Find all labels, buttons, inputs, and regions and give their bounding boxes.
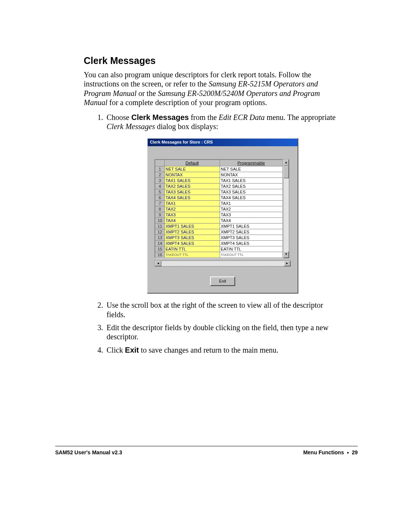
exit-button[interactable]: Exit [210,276,235,286]
programmable-cell[interactable]: TAKEOUT TTL [220,252,283,257]
step-2: Use the scroll box at the right of the s… [105,300,339,319]
step-4: Click Exit to save changes and return to… [105,345,339,355]
step-text: menu. The appropriate [265,113,336,121]
step-3: Edit the descriptor fields by double cli… [105,323,339,342]
exit-bold: Exit [125,346,139,354]
table-row: 1NET SALENET SALE [155,166,283,172]
row-number: 16 [155,252,165,257]
table-row: 6TAX4 SALESTAX4 SALES [155,195,283,200]
table-row: 15EATIN TTLEATIN TTL [155,246,283,252]
horizontal-scrollbar[interactable]: ◄ ► [155,260,291,267]
step-text: Choose [107,113,131,121]
programmable-cell[interactable]: XMPT4 SALES [220,240,283,246]
default-cell[interactable]: TAX1 [165,200,220,206]
row-number: 7 [155,200,165,206]
default-cell[interactable]: XMPT2 SALES [165,229,220,235]
table-row: 5TAX3 SALESTAX3 SALES [155,189,283,195]
footer-section: Menu Functions [303,449,344,455]
default-cell[interactable]: TAX2 SALES [165,183,220,189]
default-cell[interactable]: NONTAX [165,172,220,177]
footer-right: Menu Functions • 29 [303,449,358,456]
page-footer: SAM52 User's Manual v2.3 Menu Functions … [55,446,358,456]
table-row: 10TAX4TAX4 [155,217,283,223]
intro-text: for a complete description of your progr… [107,98,267,107]
table-row: 14XMPT4 SALESXMPT4 SALES [155,240,283,246]
table-row: 13XMPT3 SALESXMPT3 SALES [155,235,283,240]
programmable-cell[interactable]: TAX4 SALES [220,195,283,200]
row-number: 12 [155,229,165,235]
table-header-row: Default Programmable [155,160,283,166]
footer-bullet: • [347,450,349,456]
intro-paragraph: You can also program unique descriptors … [84,70,339,107]
scroll-left-button[interactable]: ◄ [155,261,161,266]
default-cell[interactable]: XMPT4 SALES [165,240,220,246]
programmable-cell[interactable]: TAX2 [220,206,283,212]
default-cell[interactable]: NET SALE [165,166,220,172]
menu-item-bold: Clerk Messages [131,113,189,121]
row-number: 1 [155,166,165,172]
table-row: 7TAX1TAX1 [155,200,283,206]
scroll-up-button[interactable]: ▲ [284,160,289,166]
programmable-cell[interactable]: NET SALE [220,166,283,172]
step-text: Click [107,346,125,354]
menu-name-italic: Edit ECR Data [219,113,265,121]
row-number: 9 [155,212,165,217]
default-cell[interactable]: EATIN TTL [165,246,220,252]
programmable-cell[interactable]: TAX3 SALES [220,189,283,195]
default-cell[interactable]: XMPT3 SALES [165,235,220,240]
programmable-cell[interactable]: XMPT1 SALES [220,223,283,229]
programmable-cell[interactable]: XMPT3 SALES [220,235,283,240]
scroll-right-button[interactable]: ► [284,261,290,266]
programmable-cell[interactable]: TAX4 [220,217,283,223]
table-row: 16TAKEOUT TTLTAKEOUT TTL [155,252,283,257]
programmable-cell[interactable]: TAX1 [220,200,283,206]
footer-page-number: 29 [352,449,358,455]
dialog-titlebar: Clerk Messages for Store : CRS [148,139,298,146]
row-number: 4 [155,183,165,189]
table-row: 3TAX1 SALESTAX1 SALES [155,177,283,183]
programmable-cell[interactable]: EATIN TTL [220,246,283,252]
table-row: 4TAX2 SALESTAX2 SALES [155,183,283,189]
scroll-track[interactable] [284,178,289,251]
scroll-down-button[interactable]: ▼ [284,251,289,258]
default-cell[interactable]: TAX4 SALES [165,195,220,200]
row-number: 2 [155,172,165,177]
intro-text: or the [137,89,158,97]
header-programmable: Programmable [220,160,283,166]
programmable-cell[interactable]: NONTAX [220,172,283,177]
default-cell[interactable]: TAX4 [165,217,220,223]
section-heading: Clerk Messages [84,55,339,66]
row-number: 14 [155,240,165,246]
step-1: Choose Clerk Messages from the Edit ECR … [105,113,339,294]
step-text: dialog box displays: [155,122,218,131]
default-cell[interactable]: XMPT1 SALES [165,223,220,229]
header-blank [155,160,165,166]
footer-left: SAM52 User's Manual v2.3 [55,449,122,456]
messages-table: Default Programmable 1NET SALENET SALE2N… [155,160,283,258]
programmable-cell[interactable]: TAX2 SALES [220,183,283,189]
table-row: 2NONTAXNONTAX [155,172,283,177]
dialog-name-italic: Clerk Messages [107,122,155,131]
row-number: 11 [155,223,165,229]
row-number: 10 [155,217,165,223]
programmable-cell[interactable]: XMPT2 SALES [220,229,283,235]
table-row: 11XMPT1 SALESXMPT1 SALES [155,223,283,229]
row-number: 8 [155,206,165,212]
row-number: 15 [155,246,165,252]
table-row: 12XMPT2 SALESXMPT2 SALES [155,229,283,235]
programmable-cell[interactable]: TAX3 [220,212,283,217]
step-text: to save changes and return to the main m… [139,346,279,354]
row-number: 6 [155,195,165,200]
default-cell[interactable]: TAX3 SALES [165,189,220,195]
vertical-scrollbar[interactable]: ▲ ▼ [283,159,289,258]
scroll-thumb[interactable] [284,166,289,178]
default-cell[interactable]: TAX3 [165,212,220,217]
programmable-cell[interactable]: TAX1 SALES [220,177,283,183]
hscroll-track[interactable] [161,261,284,266]
table-row: 9TAX3TAX3 [155,212,283,217]
default-cell[interactable]: TAX1 SALES [165,177,220,183]
clerk-messages-dialog: Clerk Messages for Store : CRS Default P… [147,138,298,294]
row-number: 13 [155,235,165,240]
default-cell[interactable]: TAKEOUT TTL [165,252,220,257]
default-cell[interactable]: TAX2 [165,206,220,212]
